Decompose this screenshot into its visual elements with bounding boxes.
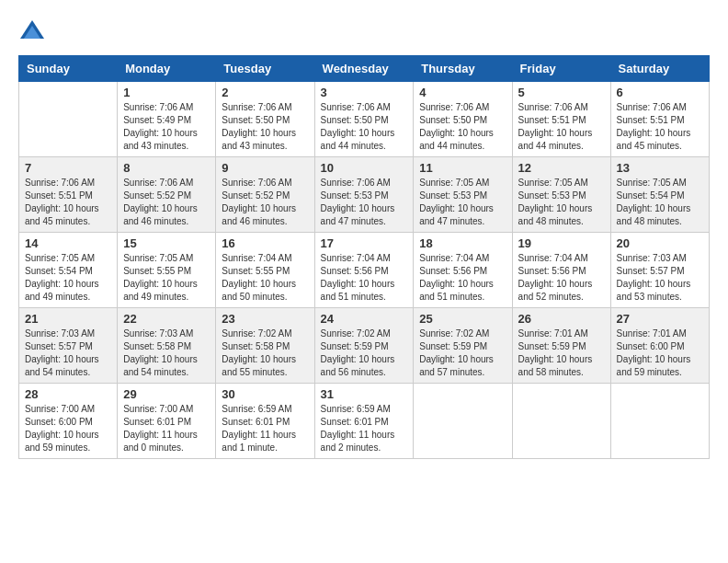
day-info: Sunrise: 7:02 AMSunset: 5:58 PMDaylight:… (222, 327, 308, 379)
calendar-cell (414, 384, 512, 459)
calendar-week-row: 21Sunrise: 7:03 AMSunset: 5:57 PMDayligh… (19, 308, 710, 384)
day-info: Sunrise: 7:06 AMSunset: 5:50 PMDaylight:… (321, 101, 408, 153)
day-info: Sunrise: 7:00 AMSunset: 6:01 PMDaylight:… (123, 403, 210, 454)
calendar-cell: 9Sunrise: 7:06 AMSunset: 5:52 PMDaylight… (216, 157, 314, 233)
calendar-cell: 10Sunrise: 7:06 AMSunset: 5:53 PMDayligh… (314, 157, 414, 233)
day-info: Sunrise: 7:02 AMSunset: 5:59 PMDaylight:… (321, 327, 408, 379)
day-info: Sunrise: 7:06 AMSunset: 5:52 PMDaylight:… (222, 177, 308, 228)
calendar-cell: 17Sunrise: 7:04 AMSunset: 5:56 PMDayligh… (314, 233, 414, 308)
day-number: 24 (321, 312, 408, 326)
calendar-cell: 7Sunrise: 7:06 AMSunset: 5:51 PMDaylight… (19, 157, 118, 233)
day-number: 16 (222, 236, 308, 250)
page-header (18, 18, 710, 46)
day-number: 30 (222, 387, 308, 401)
day-number: 26 (518, 312, 605, 326)
day-number: 12 (518, 161, 605, 175)
day-info: Sunrise: 7:06 AMSunset: 5:50 PMDaylight:… (222, 101, 308, 153)
header-day-saturday: Saturday (610, 56, 709, 82)
day-info: Sunrise: 7:02 AMSunset: 5:59 PMDaylight:… (419, 327, 506, 379)
day-info: Sunrise: 7:06 AMSunset: 5:51 PMDaylight:… (617, 101, 703, 153)
day-number: 9 (222, 161, 308, 175)
day-number: 22 (123, 312, 210, 326)
day-info: Sunrise: 7:06 AMSunset: 5:53 PMDaylight:… (321, 177, 408, 228)
day-number: 20 (617, 236, 703, 250)
day-info: Sunrise: 7:06 AMSunset: 5:52 PMDaylight:… (123, 177, 210, 228)
logo-icon (18, 18, 46, 46)
day-info: Sunrise: 7:05 AMSunset: 5:54 PMDaylight:… (25, 252, 111, 304)
calendar-cell: 5Sunrise: 7:06 AMSunset: 5:51 PMDaylight… (512, 82, 610, 157)
day-info: Sunrise: 7:05 AMSunset: 5:54 PMDaylight:… (617, 177, 703, 228)
day-info: Sunrise: 7:05 AMSunset: 5:55 PMDaylight:… (123, 252, 210, 304)
day-info: Sunrise: 6:59 AMSunset: 6:01 PMDaylight:… (321, 403, 408, 454)
day-number: 29 (123, 387, 210, 401)
calendar-week-row: 14Sunrise: 7:05 AMSunset: 5:54 PMDayligh… (19, 233, 710, 308)
calendar-cell: 16Sunrise: 7:04 AMSunset: 5:55 PMDayligh… (216, 233, 314, 308)
day-number: 4 (419, 86, 506, 99)
calendar-cell: 20Sunrise: 7:03 AMSunset: 5:57 PMDayligh… (610, 233, 709, 308)
day-info: Sunrise: 7:03 AMSunset: 5:58 PMDaylight:… (123, 327, 210, 379)
calendar-body: 1Sunrise: 7:06 AMSunset: 5:49 PMDaylight… (19, 82, 710, 459)
day-number: 27 (617, 312, 703, 326)
calendar-cell: 8Sunrise: 7:06 AMSunset: 5:52 PMDaylight… (118, 157, 216, 233)
day-info: Sunrise: 6:59 AMSunset: 6:01 PMDaylight:… (222, 403, 308, 454)
calendar-cell: 22Sunrise: 7:03 AMSunset: 5:58 PMDayligh… (118, 308, 216, 384)
day-number: 31 (321, 387, 408, 401)
calendar-cell: 21Sunrise: 7:03 AMSunset: 5:57 PMDayligh… (19, 308, 118, 384)
day-info: Sunrise: 7:06 AMSunset: 5:49 PMDaylight:… (123, 101, 210, 153)
header-row: SundayMondayTuesdayWednesdayThursdayFrid… (19, 56, 710, 82)
calendar-cell: 26Sunrise: 7:01 AMSunset: 5:59 PMDayligh… (512, 308, 610, 384)
day-info: Sunrise: 7:06 AMSunset: 5:51 PMDaylight:… (518, 101, 605, 153)
day-number: 6 (617, 86, 703, 99)
calendar-header: SundayMondayTuesdayWednesdayThursdayFrid… (19, 56, 710, 82)
calendar-cell: 4Sunrise: 7:06 AMSunset: 5:50 PMDaylight… (414, 82, 512, 157)
day-info: Sunrise: 7:00 AMSunset: 6:00 PMDaylight:… (25, 403, 111, 454)
day-info: Sunrise: 7:03 AMSunset: 5:57 PMDaylight:… (25, 327, 111, 379)
calendar-cell: 1Sunrise: 7:06 AMSunset: 5:49 PMDaylight… (118, 82, 216, 157)
day-number: 13 (617, 161, 703, 175)
logo (18, 18, 50, 46)
day-info: Sunrise: 7:04 AMSunset: 5:56 PMDaylight:… (321, 252, 408, 304)
day-number: 17 (321, 236, 408, 250)
day-number: 14 (25, 236, 111, 250)
day-number: 5 (518, 86, 605, 99)
day-number: 23 (222, 312, 308, 326)
calendar-cell (610, 384, 709, 459)
day-info: Sunrise: 7:05 AMSunset: 5:53 PMDaylight:… (518, 177, 605, 228)
day-number: 11 (419, 161, 506, 175)
day-number: 18 (419, 236, 506, 250)
calendar-table: SundayMondayTuesdayWednesdayThursdayFrid… (18, 55, 710, 459)
calendar-cell: 11Sunrise: 7:05 AMSunset: 5:53 PMDayligh… (414, 157, 512, 233)
calendar-week-row: 7Sunrise: 7:06 AMSunset: 5:51 PMDaylight… (19, 157, 710, 233)
header-day-wednesday: Wednesday (314, 56, 414, 82)
calendar-cell: 12Sunrise: 7:05 AMSunset: 5:53 PMDayligh… (512, 157, 610, 233)
day-number: 3 (321, 86, 408, 99)
day-number: 19 (518, 236, 605, 250)
calendar-cell: 15Sunrise: 7:05 AMSunset: 5:55 PMDayligh… (118, 233, 216, 308)
day-number: 28 (25, 387, 111, 401)
calendar-cell: 3Sunrise: 7:06 AMSunset: 5:50 PMDaylight… (314, 82, 414, 157)
header-day-thursday: Thursday (414, 56, 512, 82)
day-info: Sunrise: 7:04 AMSunset: 5:56 PMDaylight:… (518, 252, 605, 304)
calendar-cell: 18Sunrise: 7:04 AMSunset: 5:56 PMDayligh… (414, 233, 512, 308)
calendar-cell: 19Sunrise: 7:04 AMSunset: 5:56 PMDayligh… (512, 233, 610, 308)
calendar-cell: 14Sunrise: 7:05 AMSunset: 5:54 PMDayligh… (19, 233, 118, 308)
day-info: Sunrise: 7:04 AMSunset: 5:56 PMDaylight:… (419, 252, 506, 304)
day-number: 1 (123, 86, 210, 99)
calendar-cell: 24Sunrise: 7:02 AMSunset: 5:59 PMDayligh… (314, 308, 414, 384)
day-number: 15 (123, 236, 210, 250)
calendar-cell: 28Sunrise: 7:00 AMSunset: 6:00 PMDayligh… (19, 384, 118, 459)
header-day-friday: Friday (512, 56, 610, 82)
day-number: 10 (321, 161, 408, 175)
calendar-cell: 29Sunrise: 7:00 AMSunset: 6:01 PMDayligh… (118, 384, 216, 459)
calendar-cell: 30Sunrise: 6:59 AMSunset: 6:01 PMDayligh… (216, 384, 314, 459)
day-info: Sunrise: 7:06 AMSunset: 5:50 PMDaylight:… (419, 101, 506, 153)
day-number: 8 (123, 161, 210, 175)
calendar-week-row: 28Sunrise: 7:00 AMSunset: 6:00 PMDayligh… (19, 384, 710, 459)
day-info: Sunrise: 7:01 AMSunset: 6:00 PMDaylight:… (617, 327, 703, 379)
calendar-cell: 31Sunrise: 6:59 AMSunset: 6:01 PMDayligh… (314, 384, 414, 459)
day-info: Sunrise: 7:06 AMSunset: 5:51 PMDaylight:… (25, 177, 111, 228)
day-info: Sunrise: 7:01 AMSunset: 5:59 PMDaylight:… (518, 327, 605, 379)
calendar-cell: 6Sunrise: 7:06 AMSunset: 5:51 PMDaylight… (610, 82, 709, 157)
day-number: 7 (25, 161, 111, 175)
calendar-cell: 13Sunrise: 7:05 AMSunset: 5:54 PMDayligh… (610, 157, 709, 233)
